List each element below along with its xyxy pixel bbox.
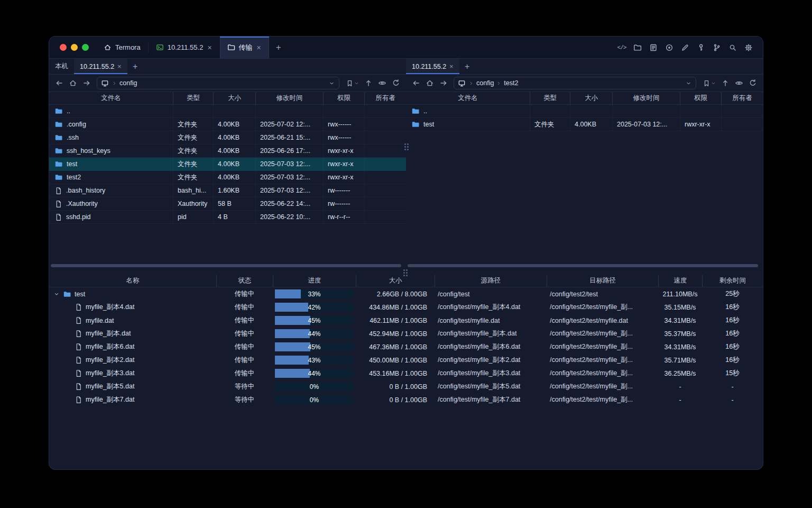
file-row-.Xauthority[interactable]: .XauthorityXauthority58 B2025-06-22 14:.… [49,197,406,211]
upload-icon[interactable] [719,77,732,89]
column-header[interactable]: 目标路径 [547,275,658,287]
file-row-..[interactable]: .. [49,105,406,118]
refresh-icon[interactable] [746,77,759,89]
column-header[interactable]: 所有者 [364,92,406,104]
home-icon[interactable] [67,77,79,89]
splitter-grip[interactable] [403,269,408,276]
progress-bar: 44% [275,329,354,338]
file-row-.ssh[interactable]: .ssh文件夹4.00KB2025-06-21 15:...rwx------ [49,131,406,144]
forward-icon[interactable] [80,77,93,89]
horizontal-scrollbar[interactable] [49,263,406,268]
close-window-button[interactable] [60,44,67,51]
new-panel-tab-button[interactable]: + [127,59,143,74]
column-header[interactable]: 剩余时间 [702,275,763,287]
upload-icon[interactable] [362,77,375,89]
transfer-row-myfile_副本4.dat[interactable]: myfile_副本4.dat传输中42%434.86MB / 1.00GB/co… [49,301,763,314]
splitter-grip[interactable] [404,143,409,150]
breadcrumb-segment[interactable]: test2 [504,79,518,87]
column-header[interactable]: 所有者 [721,92,763,104]
key-icon[interactable] [694,41,708,55]
expand-chevron-icon[interactable] [53,291,60,297]
transfer-row-myfile_副本7.dat[interactable]: myfile_副本7.dat等待中0%0 B / 1.00GB/config/t… [49,393,763,406]
minimize-window-button[interactable] [71,44,78,51]
scrollbar-thumb[interactable] [51,264,401,267]
close-tab-icon[interactable]: × [256,44,262,51]
show-hidden-eye-icon[interactable] [376,77,389,89]
panel-tab-10.211.55.2[interactable]: 10.211.55.2× [406,59,459,74]
file-row-.bash_history[interactable]: .bash_historybash_hi...1.60KB2025-07-03 … [49,184,406,197]
column-header[interactable]: 修改时间 [612,92,680,104]
file-row-test[interactable]: test文件夹4.00KB2025-07-03 12:...rwxr-xr-x [49,158,406,171]
breadcrumb-segment[interactable]: config [476,79,494,87]
search-icon[interactable] [726,41,740,55]
column-header[interactable]: 类型 [530,92,570,104]
column-header[interactable]: 名称 [49,275,216,287]
column-header[interactable]: 大小 [213,92,255,104]
column-header[interactable]: 类型 [173,92,213,104]
transfer-row-myfile_副本5.dat[interactable]: myfile_副本5.dat等待中0%0 B / 1.00GB/config/t… [49,380,763,393]
horizontal-scrollbar[interactable] [406,263,763,268]
column-header[interactable]: 速度 [658,275,702,287]
log-icon[interactable] [647,41,660,55]
file-row-..[interactable]: .. [406,105,763,118]
column-header[interactable]: 文件名 [406,92,530,104]
computer-icon [458,79,466,87]
column-header[interactable]: 文件名 [49,92,173,104]
scrollbar-thumb[interactable] [408,264,758,267]
column-header[interactable]: 权限 [323,92,364,104]
file-row-test[interactable]: test文件夹4.00KB2025-07-03 12:...rwxr-xr-x [406,118,763,131]
branch-icon[interactable] [710,41,724,55]
transfer-status: 传输中 [216,329,273,338]
close-tab-icon[interactable]: × [117,63,122,70]
show-hidden-eye-icon[interactable] [733,77,745,89]
transfer-size: 2.66GB / 8.00GB [356,291,435,298]
code-icon[interactable]: </> [615,41,629,55]
close-tab-icon[interactable]: × [207,44,212,51]
file-owner [721,105,763,117]
tab-transfer[interactable]: 传输 × [220,37,269,58]
transfer-splitter-horizontal[interactable] [49,268,763,275]
record-icon[interactable] [662,41,676,55]
new-tab-button[interactable]: + [269,37,288,58]
folder-icon[interactable] [631,41,644,55]
column-header[interactable]: 大小 [570,92,612,104]
transfer-row-myfile_副本2.dat[interactable]: myfile_副本2.dat传输中43%450.00MB / 1.00GB/co… [49,353,763,367]
file-row-sshd.pid[interactable]: sshd.pidpid4 B2025-06-22 10:...rw-r--r-- [49,211,406,224]
transfer-row-myfile_副本.dat[interactable]: myfile_副本.dat传输中44%452.94MB / 1.00GB/con… [49,327,763,340]
pencil-icon[interactable] [678,41,692,55]
transfer-row-myfile_副本3.dat[interactable]: myfile_副本3.dat传输中44%453.16MB / 1.00GB/co… [49,367,763,380]
transfer-row-myfile.dat[interactable]: myfile.dat传输中45%462.11MB / 1.00GB/config… [49,314,763,327]
new-panel-tab-button[interactable]: + [459,59,475,74]
settings-gear-icon[interactable] [742,41,755,55]
close-tab-icon[interactable]: × [449,63,454,70]
file-row-test2[interactable]: test2文件夹4.00KB2025-07-03 12:...rwxr-xr-x [49,171,406,184]
zoom-window-button[interactable] [82,44,89,51]
home-icon[interactable] [423,77,436,89]
file-row-.config[interactable]: .config文件夹4.00KB2025-07-02 12:...rwx----… [49,118,406,131]
forward-icon[interactable] [437,77,450,89]
file-row-ssh_host_keys[interactable]: ssh_host_keys文件夹4.00KB2025-06-26 17:...r… [49,144,406,158]
back-icon[interactable] [410,77,422,89]
column-header[interactable]: 权限 [680,92,721,104]
panel-tab-本机[interactable]: 本机 [49,59,74,74]
chevron-down-icon[interactable] [685,80,692,87]
back-icon[interactable] [53,77,66,89]
transfer-size: 453.16MB / 1.00GB [356,370,435,377]
path-field[interactable]: configtest2 [454,77,696,89]
column-header[interactable]: 修改时间 [255,92,323,104]
transfer-row-myfile_副本6.dat[interactable]: myfile_副本6.dat传输中45%467.36MB / 1.00GB/co… [49,340,763,353]
column-header[interactable]: 大小 [356,275,435,287]
refresh-icon[interactable] [390,77,402,89]
column-header[interactable]: 状态 [216,275,273,287]
panel-tab-10.211.55.2[interactable]: 10.211.55.2× [74,59,127,74]
breadcrumb-segment[interactable]: config [119,79,137,87]
column-header[interactable]: 进度 [273,275,356,287]
path-field[interactable]: config [97,77,339,89]
bookmark-dropdown-button[interactable] [343,77,361,89]
transfer-row-test[interactable]: test传输中33%2.66GB / 8.00GB/config/test/co… [49,287,763,301]
chevron-down-icon[interactable] [328,80,335,87]
tab-host-session[interactable]: 10.211.55.2 × [149,37,220,58]
column-header[interactable]: 源路径 [435,275,547,287]
tab-termora-home[interactable]: Termora [96,37,148,58]
bookmark-dropdown-button[interactable] [700,77,718,89]
